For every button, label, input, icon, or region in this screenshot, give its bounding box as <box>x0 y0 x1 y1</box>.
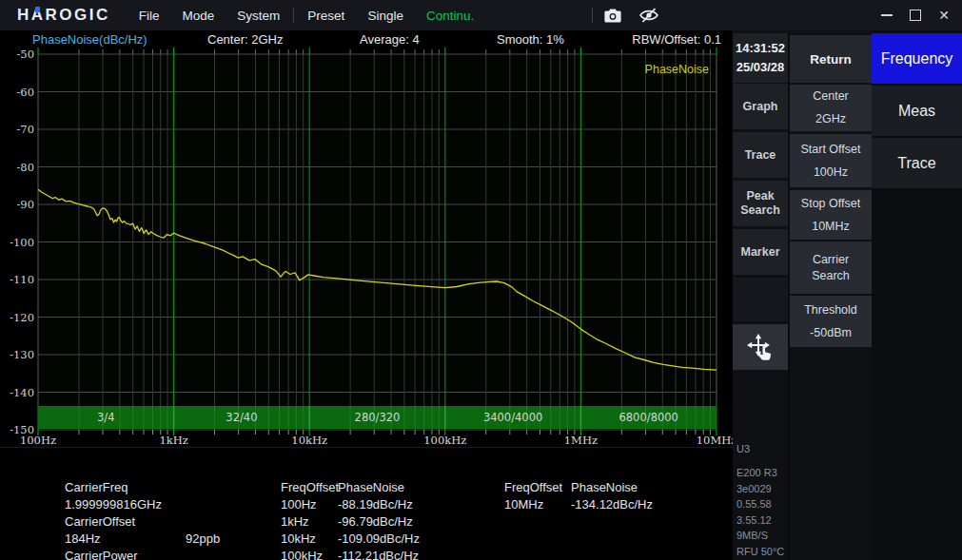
band-label: 3400/4000 <box>483 411 542 424</box>
menu-bar: File Mode System Preset Single Continu. <box>128 0 485 30</box>
freq-offset-header-2: FreqOffset <box>504 480 562 494</box>
close-icon[interactable]: ✕ <box>930 0 958 30</box>
y-tick-label: -110 <box>10 273 34 286</box>
status-line: 0.55.58 <box>736 496 784 512</box>
band-label: 280/320 <box>355 411 401 424</box>
x-tick-label: 10MHz <box>697 434 733 447</box>
carrier-freq-label: CarrierFreq <box>65 480 128 494</box>
menu-mode[interactable]: Mode <box>171 9 226 23</box>
menu-single[interactable]: Single <box>356 9 415 23</box>
x-tick-label: 1MHz <box>564 434 598 447</box>
y-tick-label: -80 <box>16 161 34 174</box>
offset-value: 10kHz <box>281 531 316 546</box>
offset-value: 1kHz <box>281 514 309 529</box>
menu-file[interactable]: File <box>128 9 171 23</box>
date-text: 25/03/28 <box>736 58 785 77</box>
minimize-icon[interactable] <box>873 0 901 30</box>
y-tick-label: -100 <box>10 236 34 249</box>
tab-frequency[interactable]: Frequency <box>872 33 962 84</box>
phase-noise-header: PhaseNoise <box>338 480 404 494</box>
phase-noise-header-2: PhaseNoise <box>571 480 638 494</box>
band-label: 6800/8000 <box>618 411 677 424</box>
x-tick-label: 10kHz <box>291 434 327 447</box>
harogic-analyzer-window: HAROGIC File Mode System Preset Single C… <box>0 0 962 560</box>
device-id: U3 <box>736 441 750 457</box>
menu-preset[interactable]: Preset <box>296 9 356 23</box>
carrier-freq-value: 1.999999816GHz <box>65 497 162 512</box>
offset-value: 100Hz <box>281 497 317 512</box>
phase-noise-chart: 3/432/40280/3203400/40006800/8000100Hz1k… <box>0 46 733 450</box>
y-tick-label: -50 <box>16 48 34 61</box>
start-offset-param-button[interactable]: Start Offset 100Hz <box>790 134 872 187</box>
rbw-offset-label: RBW/Offset: 0.1 <box>632 32 721 47</box>
y-tick-label: -60 <box>16 86 34 99</box>
trace-button[interactable]: Trace <box>733 132 788 178</box>
sidebar-nav-column: 14:31:52 25/03/28 Graph Trace Peak Searc… <box>733 30 788 560</box>
hide-display-eye-off-icon[interactable] <box>637 5 661 26</box>
peak-search-button[interactable]: Peak Search <box>733 181 788 226</box>
return-button[interactable]: Return <box>790 35 872 83</box>
y-tick-label: -150 <box>10 423 34 436</box>
band-label: 32/40 <box>226 411 257 424</box>
y-tick-label: -120 <box>10 311 34 324</box>
measurement-pane: PhaseNoise(dBc/Hz) Center: 2GHz Average:… <box>0 30 733 560</box>
band-label: 3/4 <box>97 411 115 424</box>
param-value: 100Hz <box>814 164 848 181</box>
param-value: -50dBm <box>810 325 852 341</box>
average-label: Average: 4 <box>360 32 420 47</box>
center-param-button[interactable]: Center 2GHz <box>790 85 872 131</box>
status-line: 3.55.12 <box>736 512 784 529</box>
chart-legend: PhaseNoise <box>645 63 709 76</box>
tab-trace[interactable]: Trace <box>872 138 962 188</box>
offset-value: 100kHz <box>281 549 323 560</box>
readout-table: CarrierFreq 1.999999816GHz CarrierOffset… <box>0 447 733 560</box>
param-label: Center <box>813 88 849 105</box>
y-tick-label: -130 <box>10 348 34 361</box>
x-tick-label: 100kHz <box>423 434 466 447</box>
menu-separator <box>293 8 294 23</box>
phase-noise-value: -134.12dBc/Hz <box>571 497 653 512</box>
empty-slot <box>733 278 788 321</box>
phase-noise-value: -109.09dBc/Hz <box>338 531 420 546</box>
trace-type-label: PhaseNoise(dBc/Hz) <box>32 32 147 47</box>
stop-offset-param-button[interactable]: Stop Offset 10MHz <box>790 190 872 240</box>
harogic-logo: HAROGIC <box>17 6 110 25</box>
freq-offset-header: FreqOffset <box>281 480 339 494</box>
carrier-power-label: CarrierPower <box>65 549 138 560</box>
menu-continuous[interactable]: Continu. <box>415 9 485 23</box>
sidebar-param-column: Return Center 2GHz Start Offset 100Hz St… <box>790 30 872 560</box>
phase-noise-value: -96.79dBc/Hz <box>338 514 413 529</box>
sidebar-tab-column: Frequency Meas Trace <box>872 30 962 560</box>
screenshot-camera-icon[interactable] <box>600 5 625 26</box>
y-tick-label: -70 <box>16 123 34 136</box>
param-label: Stop Offset <box>801 196 860 212</box>
maximize-icon[interactable] <box>901 0 930 30</box>
center-frequency-label: Center: 2GHz <box>207 32 283 47</box>
move-hand-button[interactable] <box>733 324 788 370</box>
y-tick-label: -140 <box>10 386 34 399</box>
carrier-search-button[interactable]: Carrier Search <box>790 241 872 294</box>
status-line: 3e0029 <box>736 481 784 497</box>
threshold-param-button[interactable]: Threshold -50dBm <box>790 296 872 347</box>
status-line: E200 R3 <box>736 465 784 481</box>
menu-system[interactable]: System <box>226 9 291 23</box>
carrier-offset-label: CarrierOffset <box>65 514 135 529</box>
param-label: Threshold <box>804 302 857 319</box>
tab-meas[interactable]: Meas <box>872 86 962 136</box>
status-line: 9MB/S <box>736 528 784 544</box>
carrier-offset-ppb: 92ppb <box>186 531 220 546</box>
phase-noise-value: -88.19dBc/Hz <box>338 497 413 512</box>
smooth-label: Smooth: 1% <box>497 32 564 47</box>
x-tick-label: 1kHz <box>159 434 187 447</box>
clock-display: 14:31:52 25/03/28 <box>733 33 788 83</box>
titlebar: HAROGIC File Mode System Preset Single C… <box>0 0 962 30</box>
graph-button[interactable]: Graph <box>733 84 788 129</box>
offset-value: 10MHz <box>504 497 543 512</box>
device-status-list: E200 R3 3e0029 0.55.58 3.55.12 9MB/S RFU… <box>736 465 784 559</box>
param-value: 10MHz <box>812 219 850 235</box>
sidebar: 14:31:52 25/03/28 Graph Trace Peak Searc… <box>733 30 962 560</box>
marker-button[interactable]: Marker <box>733 229 788 275</box>
tools-separator <box>592 8 593 23</box>
param-label: Carrier Search <box>803 252 858 284</box>
param-label: Start Offset <box>801 142 861 158</box>
